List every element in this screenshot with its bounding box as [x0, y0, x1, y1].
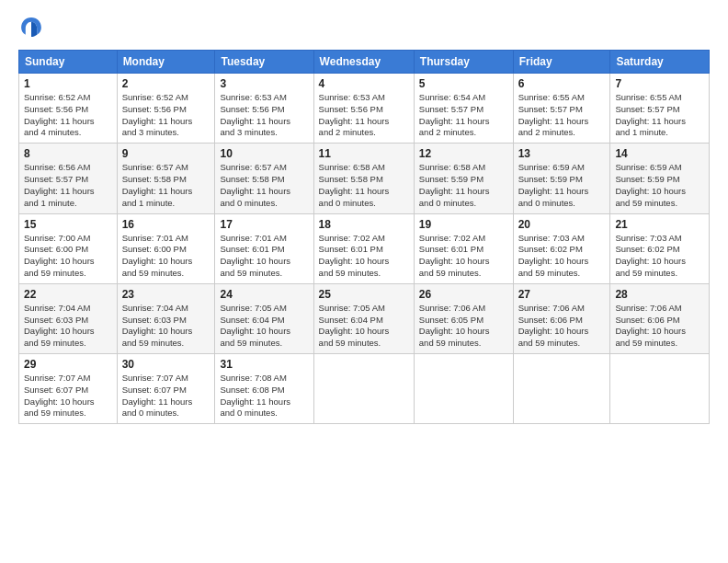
day-info: Sunrise: 6:55 AM Sunset: 5:57 PM Dayligh… — [518, 92, 606, 139]
day-info: Sunrise: 7:06 AM Sunset: 6:06 PM Dayligh… — [518, 303, 606, 350]
calendar-cell: 18Sunrise: 7:02 AM Sunset: 6:01 PM Dayli… — [313, 213, 414, 283]
calendar-header-saturday: Saturday — [610, 51, 710, 74]
day-number: 21 — [615, 218, 704, 231]
calendar-cell: 23Sunrise: 7:04 AM Sunset: 6:03 PM Dayli… — [117, 283, 215, 353]
day-number: 28 — [615, 288, 704, 301]
day-info: Sunrise: 6:58 AM Sunset: 5:58 PM Dayligh… — [319, 162, 409, 209]
day-number: 31 — [220, 358, 308, 371]
day-info: Sunrise: 7:06 AM Sunset: 6:06 PM Dayligh… — [615, 303, 704, 350]
calendar-cell: 22Sunrise: 7:04 AM Sunset: 6:03 PM Dayli… — [19, 283, 118, 353]
day-number: 23 — [122, 288, 210, 301]
calendar-cell: 9Sunrise: 6:57 AM Sunset: 5:58 PM Daylig… — [117, 144, 215, 213]
calendar-cell: 2Sunrise: 6:52 AM Sunset: 5:56 PM Daylig… — [117, 74, 215, 144]
calendar-cell: 6Sunrise: 6:55 AM Sunset: 5:57 PM Daylig… — [513, 74, 610, 144]
calendar-cell: 12Sunrise: 6:58 AM Sunset: 5:59 PM Dayli… — [414, 144, 513, 213]
calendar-header-thursday: Thursday — [414, 51, 513, 74]
calendar-cell: 1Sunrise: 6:52 AM Sunset: 5:56 PM Daylig… — [19, 74, 118, 144]
calendar-cell: 19Sunrise: 7:02 AM Sunset: 6:01 PM Dayli… — [414, 213, 513, 283]
calendar-header-friday: Friday — [513, 51, 610, 74]
day-info: Sunrise: 7:03 AM Sunset: 6:02 PM Dayligh… — [518, 233, 606, 280]
day-info: Sunrise: 6:58 AM Sunset: 5:59 PM Dayligh… — [419, 162, 508, 209]
day-info: Sunrise: 6:53 AM Sunset: 5:56 PM Dayligh… — [220, 92, 308, 139]
calendar-cell: 4Sunrise: 6:53 AM Sunset: 5:56 PM Daylig… — [313, 74, 414, 144]
calendar-cell: 10Sunrise: 6:57 AM Sunset: 5:58 PM Dayli… — [215, 144, 313, 213]
day-info: Sunrise: 6:56 AM Sunset: 5:57 PM Dayligh… — [24, 162, 112, 209]
day-info: Sunrise: 7:04 AM Sunset: 6:03 PM Dayligh… — [24, 303, 112, 350]
day-info: Sunrise: 7:06 AM Sunset: 6:05 PM Dayligh… — [419, 303, 508, 350]
calendar-table: SundayMondayTuesdayWednesdayThursdayFrid… — [18, 50, 710, 424]
calendar-header-tuesday: Tuesday — [215, 51, 313, 74]
day-number: 5 — [419, 77, 508, 90]
calendar-cell: 25Sunrise: 7:05 AM Sunset: 6:04 PM Dayli… — [313, 283, 414, 353]
day-number: 20 — [518, 218, 606, 231]
day-info: Sunrise: 7:03 AM Sunset: 6:02 PM Dayligh… — [615, 233, 704, 280]
header — [18, 15, 710, 40]
calendar-cell — [610, 354, 710, 424]
day-number: 2 — [122, 77, 210, 90]
calendar-week-2: 8Sunrise: 6:56 AM Sunset: 5:57 PM Daylig… — [19, 144, 710, 213]
day-number: 9 — [122, 147, 210, 160]
calendar-cell: 27Sunrise: 7:06 AM Sunset: 6:06 PM Dayli… — [513, 283, 610, 353]
day-number: 14 — [615, 147, 704, 160]
day-number: 30 — [122, 358, 210, 371]
calendar-cell: 13Sunrise: 6:59 AM Sunset: 5:59 PM Dayli… — [513, 144, 610, 213]
calendar-cell: 29Sunrise: 7:07 AM Sunset: 6:07 PM Dayli… — [19, 354, 118, 424]
day-info: Sunrise: 7:05 AM Sunset: 6:04 PM Dayligh… — [220, 303, 308, 350]
day-number: 7 — [615, 77, 704, 90]
day-number: 16 — [122, 218, 210, 231]
calendar-cell: 14Sunrise: 6:59 AM Sunset: 5:59 PM Dayli… — [610, 144, 710, 213]
day-info: Sunrise: 6:52 AM Sunset: 5:56 PM Dayligh… — [122, 92, 210, 139]
calendar-cell: 17Sunrise: 7:01 AM Sunset: 6:01 PM Dayli… — [215, 213, 313, 283]
day-number: 1 — [24, 77, 112, 90]
day-number: 22 — [24, 288, 112, 301]
day-info: Sunrise: 7:07 AM Sunset: 6:07 PM Dayligh… — [24, 373, 112, 419]
calendar-header-monday: Monday — [117, 51, 215, 74]
calendar-week-1: 1Sunrise: 6:52 AM Sunset: 5:56 PM Daylig… — [19, 74, 710, 144]
day-number: 29 — [24, 358, 112, 371]
day-info: Sunrise: 6:52 AM Sunset: 5:56 PM Dayligh… — [24, 92, 112, 139]
day-number: 17 — [220, 218, 308, 231]
day-number: 19 — [419, 218, 508, 231]
day-info: Sunrise: 6:55 AM Sunset: 5:57 PM Dayligh… — [615, 92, 704, 139]
day-info: Sunrise: 7:02 AM Sunset: 6:01 PM Dayligh… — [319, 233, 409, 280]
day-info: Sunrise: 6:54 AM Sunset: 5:57 PM Dayligh… — [419, 92, 508, 139]
calendar-cell: 28Sunrise: 7:06 AM Sunset: 6:06 PM Dayli… — [610, 283, 710, 353]
day-info: Sunrise: 6:53 AM Sunset: 5:56 PM Dayligh… — [319, 92, 409, 139]
day-info: Sunrise: 7:00 AM Sunset: 6:00 PM Dayligh… — [24, 233, 112, 280]
calendar-cell: 8Sunrise: 6:56 AM Sunset: 5:57 PM Daylig… — [19, 144, 118, 213]
calendar-cell: 20Sunrise: 7:03 AM Sunset: 6:02 PM Dayli… — [513, 213, 610, 283]
day-number: 4 — [319, 77, 409, 90]
day-info: Sunrise: 7:01 AM Sunset: 6:01 PM Dayligh… — [220, 233, 308, 280]
calendar-cell: 3Sunrise: 6:53 AM Sunset: 5:56 PM Daylig… — [215, 74, 313, 144]
calendar-header-wednesday: Wednesday — [313, 51, 414, 74]
calendar-cell: 16Sunrise: 7:01 AM Sunset: 6:00 PM Dayli… — [117, 213, 215, 283]
day-info: Sunrise: 6:59 AM Sunset: 5:59 PM Dayligh… — [518, 162, 606, 209]
calendar-cell — [513, 354, 610, 424]
day-info: Sunrise: 6:59 AM Sunset: 5:59 PM Dayligh… — [615, 162, 704, 209]
calendar-week-5: 29Sunrise: 7:07 AM Sunset: 6:07 PM Dayli… — [19, 354, 710, 424]
logo — [18, 15, 48, 40]
day-info: Sunrise: 7:07 AM Sunset: 6:07 PM Dayligh… — [122, 373, 210, 419]
day-number: 3 — [220, 77, 308, 90]
day-number: 24 — [220, 288, 308, 301]
day-number: 25 — [319, 288, 409, 301]
calendar-cell: 11Sunrise: 6:58 AM Sunset: 5:58 PM Dayli… — [313, 144, 414, 213]
calendar-cell: 24Sunrise: 7:05 AM Sunset: 6:04 PM Dayli… — [215, 283, 313, 353]
calendar-cell: 31Sunrise: 7:08 AM Sunset: 6:08 PM Dayli… — [215, 354, 313, 424]
page: SundayMondayTuesdayWednesdayThursdayFrid… — [0, 0, 728, 563]
calendar-cell — [414, 354, 513, 424]
day-info: Sunrise: 7:01 AM Sunset: 6:00 PM Dayligh… — [122, 233, 210, 280]
day-number: 10 — [220, 147, 308, 160]
calendar-header-row: SundayMondayTuesdayWednesdayThursdayFrid… — [19, 51, 710, 74]
day-number: 11 — [319, 147, 409, 160]
day-info: Sunrise: 7:04 AM Sunset: 6:03 PM Dayligh… — [122, 303, 210, 350]
calendar-cell — [313, 354, 414, 424]
calendar-cell: 26Sunrise: 7:06 AM Sunset: 6:05 PM Dayli… — [414, 283, 513, 353]
day-number: 15 — [24, 218, 112, 231]
calendar-cell: 21Sunrise: 7:03 AM Sunset: 6:02 PM Dayli… — [610, 213, 710, 283]
calendar-cell: 15Sunrise: 7:00 AM Sunset: 6:00 PM Dayli… — [19, 213, 118, 283]
day-info: Sunrise: 7:05 AM Sunset: 6:04 PM Dayligh… — [319, 303, 409, 350]
day-info: Sunrise: 6:57 AM Sunset: 5:58 PM Dayligh… — [220, 162, 308, 209]
day-number: 12 — [419, 147, 508, 160]
logo-icon — [18, 15, 44, 40]
